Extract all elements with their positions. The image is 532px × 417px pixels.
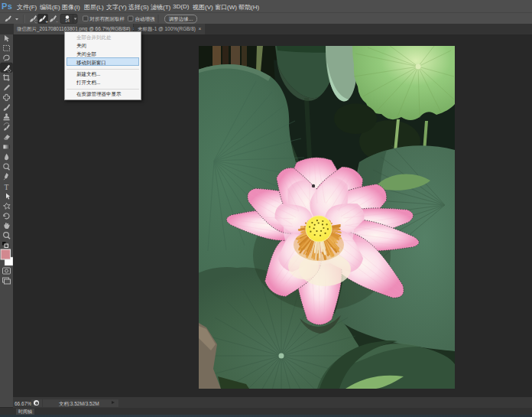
- svg-text:自动增强: 自动增强: [135, 16, 156, 22]
- svg-text:-: -: [57, 19, 58, 24]
- svg-text:对所有图层取样: 对所有图层取样: [89, 16, 125, 21]
- svg-text:T: T: [5, 184, 9, 191]
- svg-text:+: +: [46, 19, 49, 24]
- svg-text:调整边缘...: 调整边缘...: [169, 16, 193, 22]
- svg-text:14: 14: [65, 18, 70, 23]
